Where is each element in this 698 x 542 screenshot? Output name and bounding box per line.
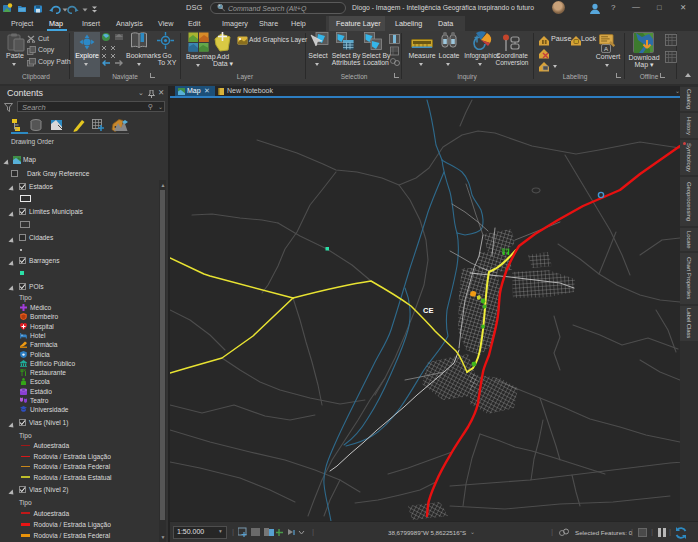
svg-text:A: A [604,45,609,52]
svg-text:CE: CE [423,306,433,315]
